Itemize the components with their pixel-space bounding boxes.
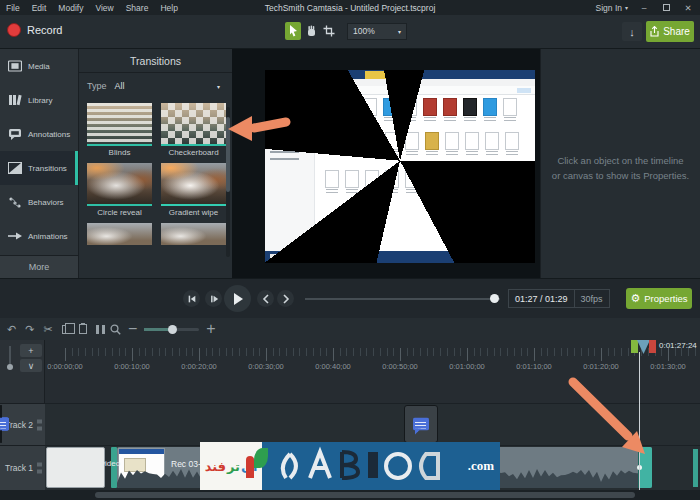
chevron-left-icon	[262, 294, 270, 304]
media-sidebar: Media Library Annotations Transitions Be…	[0, 49, 78, 278]
fps-display: 30fps	[574, 290, 609, 307]
explorer-address-bar	[265, 86, 535, 95]
annotation-icon	[8, 128, 22, 140]
canvas-zoom-select[interactable]: 100%▾	[347, 23, 407, 40]
explorer-titlebar	[265, 70, 535, 79]
menu-share[interactable]: Share	[120, 3, 155, 13]
split-button[interactable]	[96, 325, 105, 334]
sidebar-item-label: Behaviors	[28, 198, 64, 207]
jump-forward-button[interactable]	[277, 290, 294, 307]
annotation-clip[interactable]	[404, 405, 438, 443]
lock-icon[interactable]	[37, 470, 42, 474]
playback-bar: 01:27 / 01:29 30fps ⚙ Properties	[0, 278, 700, 318]
menu-file[interactable]: File	[0, 3, 26, 13]
crop-tool-button[interactable]	[321, 22, 337, 40]
sidebar-more-button[interactable]: More	[0, 255, 78, 278]
canvas-stage[interactable]	[232, 49, 540, 278]
pan-tool-button[interactable]	[303, 22, 319, 40]
close-button[interactable]: ✕	[682, 3, 694, 13]
sidebar-item-media[interactable]: Media	[0, 49, 78, 83]
jump-back-button[interactable]	[257, 290, 274, 307]
zoom-slider-thumb[interactable]	[168, 325, 177, 334]
restore-button[interactable]	[660, 3, 672, 13]
sidebar-item-transitions[interactable]: Transitions	[0, 151, 78, 185]
transition-blinds[interactable]: Blinds	[87, 103, 152, 159]
menu-edit[interactable]: Edit	[26, 3, 53, 13]
camtasia-app: File Edit Modify View Share Help TechSmi…	[0, 0, 700, 500]
minimize-button[interactable]: –	[638, 3, 650, 13]
ruler-label: 0:00:20;00	[181, 362, 216, 371]
properties-button[interactable]: ⚙ Properties	[626, 288, 692, 309]
horizontal-scrollbar[interactable]	[0, 490, 700, 500]
explorer-taskbar	[265, 251, 535, 263]
paste-button[interactable]	[79, 324, 87, 334]
previous-frame-button[interactable]	[183, 290, 200, 307]
record-icon	[7, 23, 21, 37]
cut-button[interactable]: ✂	[43, 323, 52, 336]
sidebar-item-annotations[interactable]: Annotations	[0, 117, 78, 151]
transition-partial[interactable]	[87, 223, 152, 245]
scrollbar-thumb[interactable]	[95, 492, 635, 498]
explorer-ribbon	[265, 79, 535, 86]
transition-thumbnail	[87, 103, 152, 146]
callout-thumbnail	[413, 418, 429, 431]
eye-icon[interactable]	[37, 463, 42, 467]
record-button[interactable]: Record	[7, 23, 62, 37]
sign-in-button[interactable]: Sign In▾	[596, 3, 628, 13]
transition-gradient-wipe[interactable]: Gradient wipe	[161, 163, 226, 219]
transition-tail[interactable]	[693, 449, 698, 487]
video-preview[interactable]	[265, 70, 535, 263]
zoom-out-button[interactable]: −	[128, 320, 137, 338]
panel-scrollbar[interactable]	[226, 107, 230, 257]
redo-button[interactable]: ↷	[25, 323, 34, 336]
chevron-down-icon: ▾	[398, 28, 401, 35]
zoom-in-button[interactable]: +	[206, 320, 215, 338]
image-clip[interactable]	[46, 447, 105, 488]
annotation-clip[interactable]	[0, 405, 2, 443]
collapse-tracks-button[interactable]: ∨	[20, 359, 42, 372]
copy-button[interactable]	[62, 325, 70, 334]
timeline-ruler[interactable]: 0:00:00;00 0:00:10;00 0:00:20;00 0:00:30…	[45, 340, 700, 374]
select-tool-button[interactable]	[285, 22, 301, 40]
lock-icon[interactable]	[37, 426, 42, 430]
track2-lane[interactable]	[45, 403, 700, 445]
seek-slider[interactable]	[305, 298, 500, 300]
selection-in-handle[interactable]	[631, 340, 638, 353]
share-upload-icon	[650, 26, 659, 37]
transition-label: Gradient wipe	[161, 206, 226, 219]
eye-icon[interactable]	[37, 419, 42, 423]
applied-transition-block[interactable]	[638, 447, 652, 488]
selection-out-handle[interactable]	[649, 340, 656, 353]
sidebar-item-library[interactable]: Library	[0, 83, 78, 117]
download-button[interactable]: ↓	[622, 22, 642, 41]
menu-help[interactable]: Help	[154, 3, 183, 13]
type-dropdown[interactable]: All▾	[115, 81, 224, 91]
animations-icon	[8, 230, 22, 242]
transition-circle-reveal[interactable]: Circle reveal	[87, 163, 152, 219]
sidebar-item-animations[interactable]: Animations	[0, 219, 78, 253]
undo-button[interactable]: ↶	[7, 323, 16, 336]
add-track-button[interactable]: +	[20, 344, 42, 357]
seek-handle[interactable]	[490, 294, 499, 303]
next-frame-button[interactable]	[205, 290, 222, 307]
file-icon-row	[323, 98, 517, 116]
track1-header[interactable]: Track 1	[0, 445, 45, 490]
explorer-tab	[365, 71, 393, 79]
scrollbar-thumb[interactable]	[226, 117, 230, 192]
transition-partial[interactable]	[161, 223, 226, 245]
sidebar-item-behaviors[interactable]: Behaviors	[0, 185, 78, 219]
menu-modify[interactable]: Modify	[52, 3, 89, 13]
play-button[interactable]	[224, 285, 251, 312]
share-button[interactable]: Share	[646, 21, 694, 42]
ruler-label: 0:00:40;00	[315, 362, 350, 371]
download-icon: ↓	[629, 26, 635, 38]
window-title: TechSmith Camtasia - Untitled Project.ts…	[265, 3, 436, 13]
figure-logo-shape	[246, 456, 254, 478]
menu-view[interactable]: View	[89, 3, 119, 13]
play-icon	[231, 292, 244, 306]
track-height-slider[interactable]	[9, 346, 11, 368]
transition-checkerboard[interactable]: Checkerboard	[161, 103, 226, 159]
timeline-zoom-slider[interactable]	[144, 328, 199, 331]
file-icon-row	[385, 132, 519, 150]
playhead-line[interactable]	[639, 352, 640, 490]
